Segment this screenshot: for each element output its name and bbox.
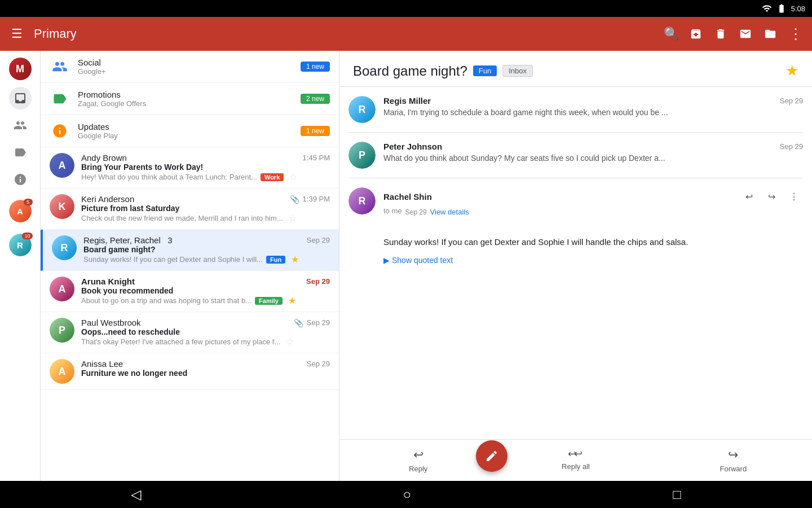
reply-all-button[interactable]: ↩↩ Reply all [553,448,598,473]
thread-regis-miller[interactable]: R Regis Miller Sep 29 Maria, I'm trying … [348,87,803,133]
updates-badge: 1 new [301,126,330,136]
promotions-subtitle: Zagat, Google Offers [78,99,293,108]
aruna-time: Sep 29 [306,277,330,286]
paul-time: Sep 29 [307,318,330,327]
thread-regis-avatar: R [348,96,376,123]
paul-avatar: P [50,318,74,343]
andy-subject: Bring Your Parents to Work Day! [81,163,330,172]
paul-attach-icon: 📎 [294,318,303,327]
nav-labels[interactable] [9,141,32,164]
move-button[interactable] [762,26,778,42]
andy-preview: Hey! What do you think about a Team Lunc… [81,172,330,182]
rachel-more-button[interactable]: ⋮ [785,187,803,205]
detail-star[interactable]: ★ [785,62,798,80]
keri-content: Keri Anderson 📎 1:39 PM Picture from las… [81,194,330,224]
category-promotions[interactable]: Promotions Zagat, Google Offers 2 new [41,83,339,115]
email-item-anissa[interactable]: A Anissa Lee Sep 29 Furniture we no long… [41,353,339,390]
aruna-from: Aruna Knight [81,277,135,286]
paul-subject: Oops...need to reschedule [81,327,330,336]
toolbar: ☰ Primary 🔍 ⋮ [0,17,812,51]
show-quoted-label: Show quoted text [392,256,453,265]
paul-star[interactable]: ☆ [286,336,294,347]
show-quoted-button[interactable]: ▶ Show quoted text [383,256,768,265]
social-icon [50,56,70,77]
reply-icon: ↩ [413,448,423,462]
promotions-name: Promotions [78,90,293,99]
email-item-paul[interactable]: P Paul Westbrook 📎 Sep 29 Oops...need to… [41,312,339,353]
thread-regis-meta: Regis Miller Sep 29 Maria, I'm trying to… [383,96,803,117]
thread-peter-from: Peter Johnson [383,142,442,151]
nav-rail: M A 5 R 10 [0,51,41,481]
email-item-regis[interactable]: R Regis, Peter, Rachel 3 Sep 29 Board ga… [41,230,339,271]
badge-count-10: 10 [22,233,32,239]
paul-from: Paul Westbrook [81,318,141,327]
thread-rachel-body: Sunday works! If you can get Dexter and … [348,217,803,274]
thread-peter-johnson[interactable]: P Peter Johnson Sep 29 What do you think… [348,133,803,178]
anissa-from: Anissa Lee [81,359,123,369]
nav-info[interactable] [9,168,32,191]
mail-button[interactable] [738,26,753,42]
keri-subject: Picture from last Saturday [81,204,330,213]
menu-button[interactable]: ☰ [9,26,25,42]
andy-time: 1:45 PM [303,154,330,162]
status-time: 5:08 [791,5,805,13]
rachel-forward-button[interactable]: ↪ [762,187,780,205]
avatar-badge-10[interactable]: R 10 [9,234,32,259]
nav-contacts[interactable] [9,114,32,137]
compose-fab[interactable] [476,440,508,472]
email-item-aruna[interactable]: A Aruna Knight Sep 29 Book you recommend… [41,271,339,312]
thread-rachel-to: to me [383,207,402,215]
regis-tag: Fun [266,256,285,264]
thread-rachel-date-detail: Sep 29 [405,208,427,216]
rachel-reply-button[interactable]: ↩ [740,187,758,205]
aruna-star[interactable]: ★ [288,295,296,306]
main-layout: M A 5 R 10 [0,51,812,481]
regis-star[interactable]: ★ [291,254,299,265]
nav-inbox[interactable] [9,87,32,110]
updates-icon [50,121,70,141]
recents-button[interactable]: □ [673,487,681,502]
more-button[interactable]: ⋮ [787,26,803,42]
keri-star[interactable]: ☆ [289,213,297,224]
bottom-nav: ◁ ○ □ [0,481,812,508]
avatar-badge-5[interactable]: A 5 [9,200,32,225]
thread-regis-date: Sep 29 [780,97,803,105]
status-bar: 5:08 [0,0,812,17]
thread-regis-preview: Maria, I'm trying to schedule a board ga… [383,108,803,117]
battery-icon [776,3,787,14]
anissa-time: Sep 29 [307,360,330,368]
anissa-subject: Furniture we no longer need [81,369,330,378]
andy-tag: Work [261,173,284,181]
toolbar-actions: ⋮ [688,26,803,42]
email-item-andy[interactable]: A Andy Brown 1:45 PM Bring Your Parents … [41,147,339,189]
forward-button[interactable]: ↪ Forward [710,448,756,473]
updates-name: Updates [78,122,293,132]
category-updates[interactable]: Updates Google Play 1 new [41,115,339,147]
view-details-link[interactable]: View details [430,208,469,216]
thread-rachel-from: Rachel Shin [383,192,432,202]
user-avatar[interactable]: M [9,58,32,80]
regis-subject: Board game night? [83,245,330,254]
category-social[interactable]: Social Google+ 1 new [41,51,339,83]
email-threads: R Regis Miller Sep 29 Maria, I'm trying … [339,87,812,439]
andy-content: Andy Brown 1:45 PM Bring Your Parents to… [81,153,330,182]
regis-preview: Sunday works! If you can get Dexter and … [83,254,330,265]
aruna-tag: Family [255,297,283,305]
andy-star[interactable]: ☆ [289,172,297,182]
detail-subject-text: Board game night? [353,63,467,79]
reply-all-label: Reply all [562,462,590,471]
home-button[interactable]: ○ [403,487,411,502]
andy-from: Andy Brown [81,153,127,163]
archive-button[interactable] [688,26,704,42]
andy-avatar: A [50,153,74,178]
keri-preview: Check out the new friend we made, Merril… [81,213,330,224]
back-button[interactable]: ◁ [131,487,141,502]
delete-button[interactable] [713,26,729,42]
reply-button[interactable]: ↩ Reply [396,448,441,473]
thread-peter-header: P Peter Johnson Sep 29 What do you think… [348,142,803,169]
email-item-keri[interactable]: K Keri Anderson 📎 1:39 PM Picture from l… [41,189,339,230]
regis-time: Sep 29 [307,236,330,244]
thread-regis-header: R Regis Miller Sep 29 Maria, I'm trying … [348,96,803,123]
wifi-icon [762,3,772,14]
search-button[interactable]: 🔍 [663,26,679,42]
